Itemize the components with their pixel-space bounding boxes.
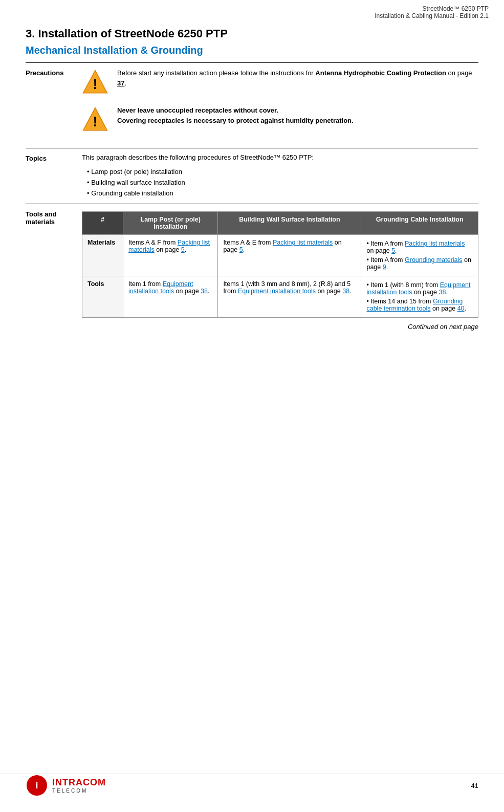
- warning-icon-2: !: [82, 106, 110, 135]
- continued-text: Continued on next page: [82, 323, 478, 331]
- col1-header: #: [82, 212, 123, 235]
- precautions-section: Precautions ! Before start any installat…: [26, 68, 478, 143]
- list-item: Item A from Packing list materials on pa…: [366, 239, 473, 255]
- logo-sub: TELECOM: [52, 788, 106, 794]
- col4-header: Grounding Cable Installation: [361, 212, 478, 235]
- precaution-2-text: Never leave unoccupied receptacles witho…: [117, 105, 354, 125]
- page-content: 3. Installation of StreetNode 6250 PTP M…: [0, 22, 504, 346]
- row1-col4: Item A from Packing list materials on pa…: [361, 235, 478, 276]
- col3-header: Building Wall Surface Installation: [218, 212, 361, 235]
- row2-col4-list: Item 1 (with 8 mm) from Equipment instal…: [366, 280, 473, 313]
- divider-2: [26, 148, 478, 148]
- tools-table: # Lamp Post (or pole) Installation Build…: [82, 211, 478, 318]
- page38-link-3[interactable]: 38: [439, 289, 446, 296]
- logo-name: INTRACOM: [52, 777, 106, 788]
- list-item: Items 14 and 15 from Grounding cable ter…: [366, 297, 473, 313]
- row2-col4: Item 1 (with 8 mm) from Equipment instal…: [361, 276, 478, 318]
- row2-col3: Items 1 (with 3 mm and 8 mm), 2 (R.8) an…: [218, 276, 361, 318]
- topics-list: Lamp post (or pole) installation Buildin…: [87, 166, 478, 199]
- precaution1-link[interactable]: Antenna Hydrophobic Coating Protection: [315, 69, 446, 77]
- page38-link-1[interactable]: 38: [201, 288, 208, 295]
- chapter-title: 3. Installation of StreetNode 6250 PTP: [26, 27, 478, 40]
- col2-header: Lamp Post (or pole) Installation: [123, 212, 218, 235]
- page9-link[interactable]: 9: [383, 264, 386, 271]
- list-item: Lamp post (or pole) installation: [87, 166, 478, 177]
- list-item: Grounding cable installation: [87, 188, 478, 199]
- tools-section: Tools and materials # Lamp Post (or pole…: [26, 209, 478, 331]
- packing-list-link-3[interactable]: Packing list materials: [405, 240, 465, 247]
- packing-list-link-2[interactable]: Packing list materials: [273, 239, 333, 246]
- list-item: Item 1 (with 8 mm) from Equipment instal…: [366, 280, 473, 297]
- precaution-2: ! Never leave unoccupied receptacles wit…: [82, 105, 478, 135]
- precautions-label: Precautions: [26, 68, 82, 77]
- header-line1: StreetNode™ 6250 PTP: [15, 5, 489, 12]
- precaution-1-text: Before start any installation action ple…: [117, 68, 478, 88]
- svg-text:!: !: [93, 114, 97, 129]
- page5-link-2[interactable]: 5: [239, 246, 243, 253]
- topics-section: Topics This paragraph describes the foll…: [26, 153, 478, 199]
- precaution-1: ! Before start any installation action p…: [82, 68, 478, 97]
- table-row: Tools Item 1 from Equipment installation…: [82, 276, 478, 318]
- warning-icon-1: !: [82, 69, 110, 97]
- precautions-content: ! Before start any installation action p…: [82, 68, 478, 143]
- precaution-2-line1: Never leave unoccupied receptacles witho…: [117, 105, 354, 116]
- row2-label: Tools: [82, 276, 123, 318]
- equipment-tools-link-2[interactable]: Equipment installation tools: [238, 288, 316, 295]
- table-header-row: # Lamp Post (or pole) Installation Build…: [82, 212, 478, 235]
- row1-label: Materials: [82, 235, 123, 276]
- topics-label: Topics: [26, 153, 82, 162]
- header-line2: Installation & Cabling Manual - Edition …: [15, 12, 489, 19]
- page40-link[interactable]: 40: [457, 305, 465, 312]
- divider-1: [26, 62, 478, 63]
- page-header: StreetNode™ 6250 PTP Installation & Cabl…: [0, 0, 504, 22]
- section-title: Mechanical Installation & Grounding: [26, 45, 478, 56]
- list-item: Item A from Grounding materials on page …: [366, 255, 473, 272]
- svg-text:i: i: [35, 780, 38, 791]
- table-row: Materials Items A & F from Packing list …: [82, 235, 478, 276]
- row1-col2: Items A & F from Packing list materials …: [123, 235, 218, 276]
- grounding-materials-link[interactable]: Grounding materials: [405, 256, 463, 264]
- page-number: 41: [471, 782, 478, 789]
- row1-col3: Items A & E from Packing list materials …: [218, 235, 361, 276]
- topics-content: This paragraph describes the following p…: [82, 153, 478, 199]
- divider-3: [26, 204, 478, 204]
- tools-label: Tools and materials: [26, 209, 82, 226]
- topics-intro: This paragraph describes the following p…: [82, 153, 478, 161]
- svg-text:!: !: [93, 77, 97, 92]
- precaution-2-line2: Covering receptacles is necessary to pro…: [117, 116, 354, 126]
- page38-link-2[interactable]: 38: [342, 288, 349, 295]
- list-item: Building wall surface installation: [87, 177, 478, 188]
- tools-content: # Lamp Post (or pole) Installation Build…: [82, 209, 478, 331]
- page5-link-1[interactable]: 5: [181, 246, 185, 253]
- row1-col4-list: Item A from Packing list materials on pa…: [366, 239, 473, 272]
- page-footer: i INTRACOM TELECOM 41: [0, 774, 504, 797]
- row2-col2: Item 1 from Equipment installation tools…: [123, 276, 218, 318]
- logo-area: i INTRACOM TELECOM: [26, 774, 106, 797]
- intracom-logo-icon: i: [26, 774, 48, 797]
- logo-text: INTRACOM TELECOM: [52, 777, 106, 794]
